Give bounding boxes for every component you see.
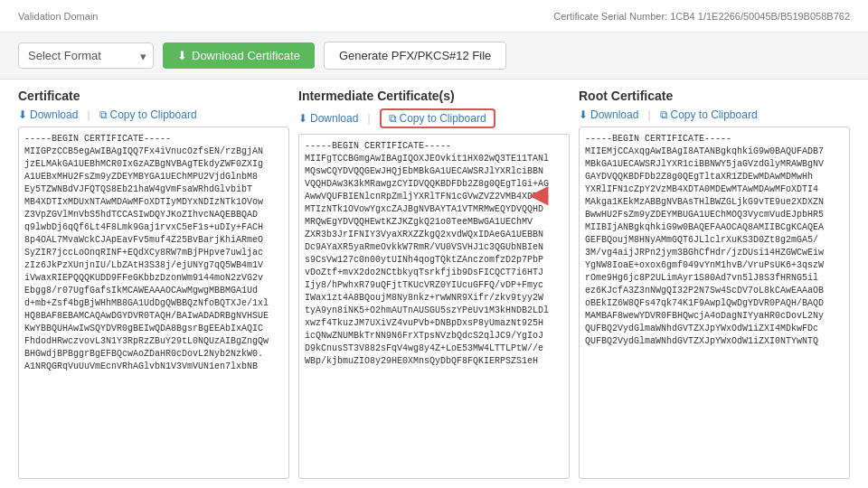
intermediate-copy-label: Copy to Clipboard: [400, 112, 486, 125]
main-wrapper: Validation Domain Certificate Serial Num…: [0, 0, 868, 488]
toolbar: Select Format PEM DER CRT ⬇ Download Cer…: [0, 33, 868, 80]
validation-domain-label: Validation Domain: [18, 11, 98, 22]
root-column: Root Certificate ⬇ Download | ⧉ Copy to …: [579, 89, 850, 479]
root-copy-link[interactable]: ⧉ Copy to Clipboard: [660, 108, 758, 121]
intermediate-column: Intermediate Certificate(s) ⬇ Download |…: [298, 89, 570, 479]
download-icon: ⬇: [177, 49, 187, 62]
root-copy-label: Copy to Clipboard: [671, 108, 758, 121]
download-arrow-icon-3: ⬇: [579, 108, 588, 121]
intermediate-title: Intermediate Certificate(s): [298, 89, 570, 103]
intermediate-download-label: Download: [310, 112, 358, 125]
root-download-label: Download: [590, 108, 638, 121]
format-select[interactable]: Select Format PEM DER CRT: [18, 42, 154, 69]
certificate-download-label: Download: [30, 108, 78, 121]
certificate-actions: ⬇ Download | ⧉ Copy to Clipboard: [18, 108, 289, 121]
certificate-title: Certificate: [18, 89, 289, 103]
intermediate-copy-button[interactable]: ⧉ Copy to Clipboard: [380, 108, 495, 128]
root-download-link[interactable]: ⬇ Download: [579, 108, 638, 121]
root-actions: ⬇ Download | ⧉ Copy to Clipboard: [579, 108, 850, 121]
separator-1: |: [87, 108, 90, 121]
certificate-copy-label: Copy to Clipboard: [110, 108, 197, 121]
download-arrow-icon: ⬇: [18, 108, 27, 121]
root-textarea[interactable]: [579, 127, 850, 479]
generate-pfx-label: Generate PFX/PKCS#12 File: [339, 49, 491, 62]
certificate-download-link[interactable]: ⬇ Download: [18, 108, 78, 121]
intermediate-textarea[interactable]: [298, 134, 570, 479]
intermediate-download-link[interactable]: ⬇ Download: [298, 112, 358, 125]
download-arrow-icon-2: ⬇: [298, 112, 307, 125]
separator-2: |: [367, 112, 370, 125]
copy-icon-2: ⧉: [389, 112, 397, 125]
certificate-column: Certificate ⬇ Download | ⧉ Copy to Clipb…: [18, 89, 289, 479]
certificate-copy-link[interactable]: ⧉ Copy to Clipboard: [99, 108, 197, 121]
certificate-textarea[interactable]: [18, 127, 289, 479]
root-title: Root Certificate: [579, 89, 850, 103]
download-certificate-button[interactable]: ⬇ Download Certificate: [163, 42, 315, 69]
copy-icon-1: ⧉: [99, 108, 108, 121]
certificates-container: Certificate ⬇ Download | ⧉ Copy to Clipb…: [0, 80, 868, 488]
intermediate-actions: ⬇ Download | ⧉ Copy to Clipboard: [298, 108, 570, 128]
format-select-wrapper: Select Format PEM DER CRT: [18, 42, 154, 69]
separator-3: |: [647, 108, 650, 121]
download-certificate-label: Download Certificate: [192, 49, 300, 62]
serial-number-label: Certificate Serial Number: 1CB4 1/1E2266…: [553, 11, 850, 22]
copy-icon-3: ⧉: [660, 108, 668, 121]
generate-pfx-button[interactable]: Generate PFX/PKCS#12 File: [324, 42, 506, 70]
meta-bar: Validation Domain Certificate Serial Num…: [0, 0, 868, 33]
